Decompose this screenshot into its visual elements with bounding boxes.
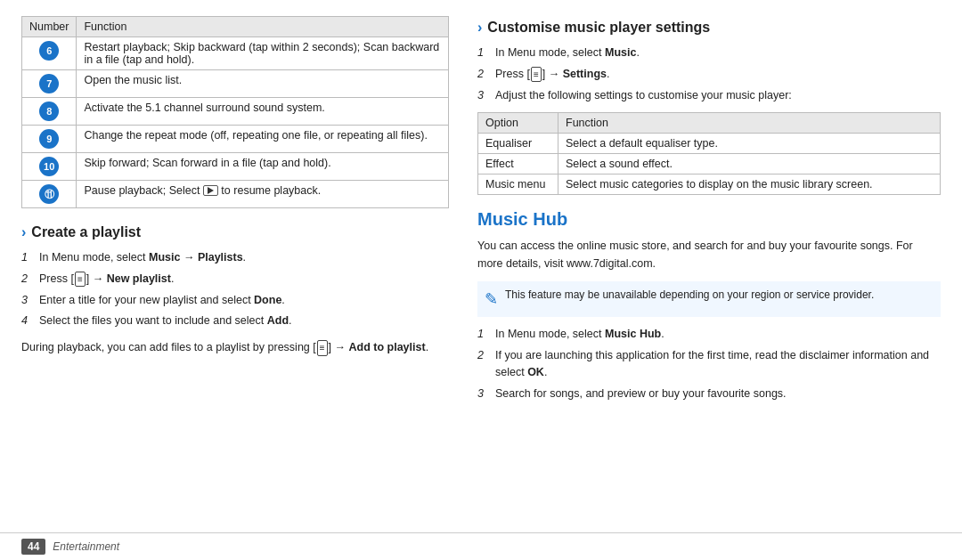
step-text: Search for songs, and preview or buy you… <box>495 386 941 402</box>
table-num-cell: 10 <box>22 153 77 181</box>
circle-num-11: ⑪ <box>39 184 59 204</box>
list-item: 2If you are launching this application f… <box>477 347 941 381</box>
music-hub-note-text: This feature may be unavailable dependin… <box>505 287 874 303</box>
music-hub-steps: 1In Menu mode, select Music Hub.2If you … <box>477 326 941 402</box>
menu-icon: ≡ <box>317 340 328 356</box>
menu-icon: ≡ <box>531 67 542 82</box>
table-header-number: Number <box>22 17 77 37</box>
step-number: 1 <box>21 249 34 266</box>
step-text: In Menu mode, select Music → Playlists. <box>39 249 449 266</box>
playlist-note: During playback, you can add files to a … <box>21 338 449 356</box>
step-number: 1 <box>477 326 490 343</box>
right-column: › Customise music player settings 1In Me… <box>477 16 941 523</box>
list-item: 3Adjust the following settings to custom… <box>477 87 941 104</box>
table-header-function: Function <box>77 17 449 37</box>
left-column: Number Function 6 Restart playback; Skip… <box>21 16 449 523</box>
settings-option-cell: Equaliser <box>478 134 558 154</box>
step-text: Adjust the following settings to customi… <box>495 87 941 104</box>
table-num-cell: 8 <box>22 98 77 126</box>
chevron-icon: › <box>21 224 26 240</box>
table-num-cell: 7 <box>22 70 77 98</box>
chevron-bold-icon: › <box>477 20 482 36</box>
circle-num-7: 7 <box>39 74 59 93</box>
music-hub-intro: You can access the online music store, a… <box>477 237 941 272</box>
settings-function-cell: Select music categories to display on th… <box>558 174 941 195</box>
table-func-cell: Skip forward; Scan forward in a file (ta… <box>77 153 449 181</box>
step-text: Select the files you want to include and… <box>39 312 449 329</box>
step-number: 2 <box>477 347 490 364</box>
step-text: In Menu mode, select Music Hub. <box>495 326 941 343</box>
playlist-steps: 1In Menu mode, select Music → Playlists.… <box>21 249 449 329</box>
list-item: 1In Menu mode, select Music Hub. <box>477 326 941 343</box>
table-func-cell: Pause playback; Select to resume playbac… <box>77 181 449 208</box>
music-hub-title: Music Hub <box>477 209 941 230</box>
footer: 44 Entertainment <box>0 532 962 560</box>
step-text: Press [≡] → Settings. <box>495 66 941 83</box>
page-number: 44 <box>21 539 45 555</box>
page-content: Number Function 6 Restart playback; Skip… <box>0 0 962 532</box>
step-text: Press [≡] → New playlist. <box>39 271 449 288</box>
menu-icon: ≡ <box>75 272 86 287</box>
list-item: 1In Menu mode, select Music → Playlists. <box>21 249 449 266</box>
list-item: 1In Menu mode, select Music. <box>477 45 941 61</box>
table-func-cell: Restart playback; Skip backward (tap wit… <box>77 37 449 70</box>
customise-title: Customise music player settings <box>487 20 710 36</box>
step-number: 4 <box>21 312 34 329</box>
list-item: 3Search for songs, and preview or buy yo… <box>477 386 941 402</box>
table-num-cell: 9 <box>22 126 77 153</box>
settings-table: Option Function Equaliser Select a defau… <box>477 112 941 195</box>
create-playlist-title: Create a playlist <box>31 224 141 240</box>
list-item: 3Enter a title for your new playlist and… <box>21 292 449 309</box>
table-func-cell: Open the music list. <box>77 70 449 98</box>
music-hub-note-box: ✎ This feature may be unavailable depend… <box>477 281 941 317</box>
circle-num-8: 8 <box>39 101 59 121</box>
step-number: 2 <box>21 271 34 288</box>
step-text: In Menu mode, select Music. <box>495 45 941 61</box>
step-number: 3 <box>477 386 490 402</box>
table-num-cell: 6 <box>22 37 77 70</box>
table-func-cell: Activate the 5.1 channel surround sound … <box>77 98 449 126</box>
step-text: Enter a title for your new playlist and … <box>39 292 449 309</box>
table-func-cell: Change the repeat mode (off, repeating o… <box>77 126 449 153</box>
step-number: 2 <box>477 66 490 83</box>
customise-header: › Customise music player settings <box>477 20 941 36</box>
settings-table-option-header: Option <box>478 113 558 134</box>
circle-num-6: 6 <box>39 41 59 61</box>
step-number: 3 <box>21 292 34 309</box>
table-num-cell: ⑪ <box>22 181 77 208</box>
list-item: 4Select the files you want to include an… <box>21 312 449 329</box>
step-number: 1 <box>477 45 490 61</box>
settings-table-function-header: Function <box>558 113 941 134</box>
list-item: 2Press [≡] → New playlist. <box>21 271 449 288</box>
step-number: 3 <box>477 87 490 104</box>
customise-steps: 1In Menu mode, select Music.2Press [≡] →… <box>477 45 941 103</box>
play-btn-icon <box>203 185 218 196</box>
section-label: Entertainment <box>53 540 119 553</box>
settings-option-cell: Music menu <box>478 174 558 195</box>
list-item: 2Press [≡] → Settings. <box>477 66 941 83</box>
step-text: If you are launching this application fo… <box>495 347 941 381</box>
settings-option-cell: Effect <box>478 154 558 174</box>
settings-function-cell: Select a sound effect. <box>558 154 941 174</box>
circle-num-10: 10 <box>39 157 59 176</box>
create-playlist-header: › Create a playlist <box>21 224 449 240</box>
settings-function-cell: Select a default equaliser type. <box>558 134 941 154</box>
number-function-table: Number Function 6 Restart playback; Skip… <box>21 16 449 208</box>
info-icon: ✎ <box>485 288 498 312</box>
circle-num-9: 9 <box>39 129 59 149</box>
